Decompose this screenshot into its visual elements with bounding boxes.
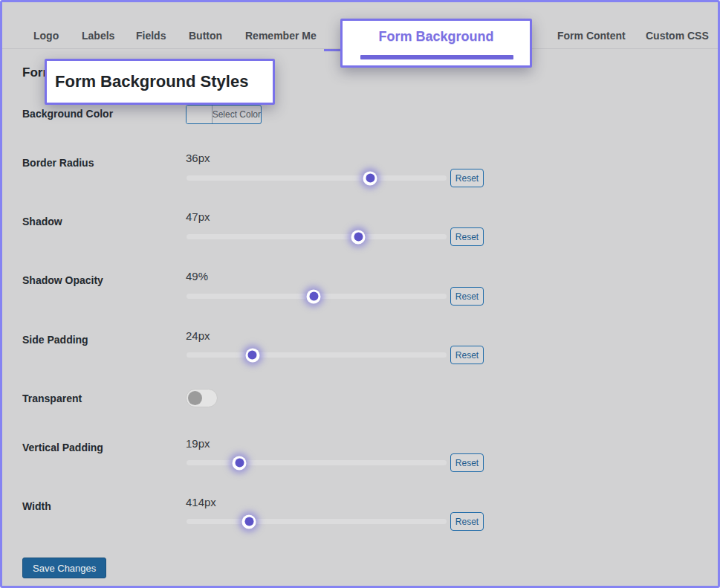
select-color-button[interactable]: Select Color xyxy=(186,105,262,124)
reset-vertical-padding-button[interactable]: Reset xyxy=(450,453,484,472)
tab-labels[interactable]: Labels xyxy=(82,30,114,42)
slider-width[interactable] xyxy=(187,519,447,524)
label-shadow: Shadow xyxy=(22,216,62,227)
tab-remember-me[interactable]: Remember Me xyxy=(245,30,317,42)
value-shadow: 47px xyxy=(186,210,210,223)
label-border-radius: Border Radius xyxy=(22,157,94,169)
tab-logo[interactable]: Logo xyxy=(33,30,59,42)
transparent-toggle[interactable] xyxy=(186,389,218,407)
reset-width-button[interactable]: Reset xyxy=(450,512,484,531)
slider-handle-width[interactable] xyxy=(242,514,256,529)
heading-highlight-box: Form Background Styles xyxy=(45,59,275,105)
slider-side-padding[interactable] xyxy=(187,352,447,358)
select-color-label: Select Color xyxy=(213,106,261,123)
value-vertical-padding: 19px xyxy=(186,437,210,450)
color-swatch xyxy=(187,106,213,123)
tab-fields[interactable]: Fields xyxy=(136,30,166,42)
tab-form-background[interactable]: Form Background xyxy=(343,29,530,45)
toggle-knob xyxy=(188,391,202,405)
save-changes-button[interactable]: Save Changes xyxy=(22,558,106,578)
slider-shadow[interactable] xyxy=(187,234,447,239)
tab-highlight-box: Form Background xyxy=(340,19,532,68)
heading-highlight-text: Form Background Styles xyxy=(47,72,248,91)
value-width: 414px xyxy=(186,496,216,508)
value-side-padding: 24px xyxy=(186,329,210,342)
label-width: Width xyxy=(22,500,51,512)
value-shadow-opacity: 49% xyxy=(186,270,208,282)
tab-button[interactable]: Button xyxy=(189,30,222,42)
reset-shadow-opacity-button[interactable]: Reset xyxy=(450,287,484,306)
slider-vertical-padding[interactable] xyxy=(187,460,447,465)
slider-handle-shadow-opacity[interactable] xyxy=(307,289,321,303)
settings-panel: Logo Labels Fields Button Remember Me Fo… xyxy=(0,0,720,588)
value-border-radius: 36px xyxy=(186,152,210,164)
reset-border-radius-button[interactable]: Reset xyxy=(450,169,484,187)
slider-shadow-opacity[interactable] xyxy=(187,294,447,299)
slider-handle-border-radius[interactable] xyxy=(363,171,377,185)
reset-side-padding-button[interactable]: Reset xyxy=(450,346,484,364)
label-vertical-padding: Vertical Padding xyxy=(22,442,103,453)
label-background-color: Background Color xyxy=(22,108,113,120)
label-shadow-opacity: Shadow Opacity xyxy=(22,274,103,286)
slider-border-radius[interactable] xyxy=(187,175,447,181)
slider-handle-side-padding[interactable] xyxy=(245,348,259,362)
tab-custom-css[interactable]: Custom CSS xyxy=(646,30,709,42)
label-transparent: Transparent xyxy=(22,392,82,404)
active-tab-indicator xyxy=(360,55,513,59)
slider-handle-shadow[interactable] xyxy=(351,230,366,244)
reset-shadow-button[interactable]: Reset xyxy=(450,227,484,246)
slider-handle-vertical-padding[interactable] xyxy=(233,456,247,470)
label-side-padding: Side Padding xyxy=(22,334,88,346)
tab-form-content[interactable]: Form Content xyxy=(557,30,626,42)
